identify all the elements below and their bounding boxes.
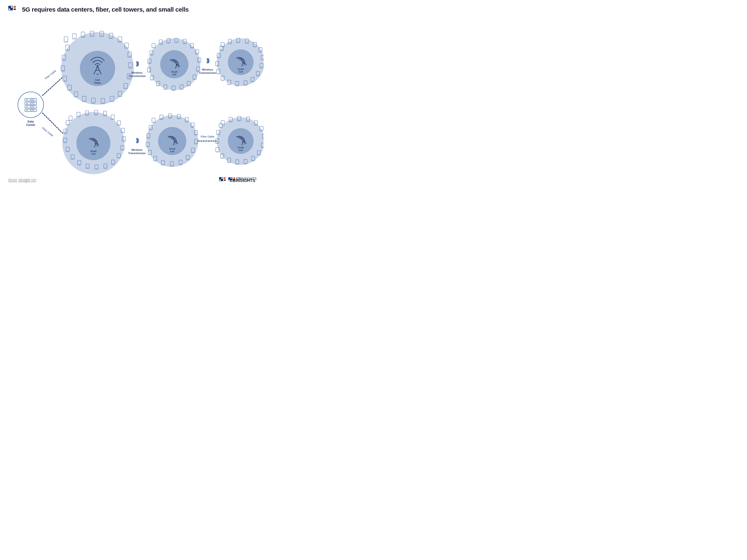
svg-line-157 [95, 143, 96, 147]
svg-rect-193 [66, 147, 69, 152]
small-cell-label-2a: Small [238, 68, 243, 70]
small-cell-label-1b: Cell [172, 73, 176, 76]
wireless-label-1b: Transmission [128, 75, 146, 78]
phones-bottom-left [63, 110, 126, 169]
phones-bottom-mid [146, 114, 198, 166]
svg-rect-57 [92, 98, 95, 103]
svg-rect-123 [236, 38, 240, 43]
svg-rect-197 [64, 129, 67, 134]
small-cell-label-bl-a: Small [90, 150, 96, 153]
svg-rect-33 [90, 31, 94, 36]
small-cell-top1-inner [160, 50, 188, 78]
svg-line-243 [242, 141, 243, 145]
svg-rect-41 [125, 43, 128, 48]
wireless-sym-2: ))) [206, 57, 210, 63]
svg-point-11 [27, 103, 28, 104]
svg-rect-121 [228, 39, 232, 44]
svg-point-19 [27, 110, 28, 111]
svg-rect-294 [224, 180, 226, 181]
svg-rect-101 [172, 86, 175, 90]
svg-rect-195 [63, 138, 67, 143]
svg-rect-265 [244, 159, 247, 164]
fiber-cable-bottom-label: Fiber Cable [201, 135, 214, 138]
small-cell-bottom1-outer [62, 112, 125, 174]
svg-rect-183 [104, 164, 107, 168]
small-cell-icon-bl [89, 138, 99, 147]
svg-rect-113 [150, 51, 153, 55]
svg-rect-105 [156, 81, 160, 86]
svg-rect-255 [260, 126, 263, 131]
svg-rect-185 [95, 165, 98, 169]
svg-point-7 [27, 99, 28, 100]
svg-rect-247 [229, 117, 232, 122]
small-cell-icon-br [236, 136, 247, 145]
wireless-sym-1: ))) [136, 60, 139, 66]
small-cell-bottom1-inner [76, 126, 110, 160]
svg-rect-1 [9, 6, 10, 8]
svg-rect-217 [194, 130, 198, 135]
svg-rect-235 [146, 142, 149, 147]
small-cell-icon-1 [170, 59, 180, 69]
data-center-label: Data [28, 120, 34, 123]
svg-rect-290 [219, 178, 221, 179]
svg-rect-89 [196, 50, 199, 54]
svg-line-156 [96, 143, 99, 145]
svg-rect-139 [244, 81, 247, 85]
svg-rect-187 [86, 164, 89, 168]
small-cell-label-br-b: Cell [239, 149, 243, 152]
small-cell-bottom3-outer [217, 117, 263, 165]
phones-small-2 [215, 38, 263, 86]
svg-rect-179 [117, 154, 120, 158]
svg-rect-69 [62, 55, 66, 60]
svg-rect-239 [149, 125, 152, 130]
svg-rect-2 [11, 6, 12, 8]
svg-rect-27 [64, 37, 68, 42]
header: 5G requires data centers, fiber, cell to… [0, 0, 263, 15]
svg-rect-189 [78, 161, 81, 165]
small-cell-top1-outer [148, 38, 200, 90]
svg-rect-6 [25, 99, 36, 101]
small-cell-top2-inner [228, 49, 254, 75]
svg-rect-223 [186, 155, 189, 160]
small-cell-top2-outer [217, 38, 263, 86]
svg-rect-127 [253, 42, 256, 47]
svg-rect-18 [25, 109, 36, 112]
svg-rect-213 [185, 117, 188, 122]
svg-rect-271 [221, 154, 224, 158]
svg-rect-95 [193, 75, 196, 79]
svg-rect-149 [215, 61, 219, 66]
footer-brand-text: CBINSIGHTS [230, 178, 255, 183]
svg-point-241 [242, 141, 244, 142]
svg-rect-207 [160, 115, 163, 119]
svg-rect-5 [14, 8, 16, 10]
fiber-cable-lower-line [43, 113, 63, 134]
svg-rect-29 [72, 34, 76, 39]
footer-source: Source: cbinsights.com [8, 180, 36, 183]
wireless-label-2b: Transmission [199, 71, 216, 75]
wireless-label-3: Wireless [131, 148, 143, 152]
svg-rect-10 [25, 102, 36, 105]
svg-rect-259 [261, 143, 263, 148]
svg-rect-225 [179, 160, 182, 165]
svg-rect-97 [187, 81, 190, 86]
svg-rect-77 [152, 43, 155, 48]
svg-rect-135 [256, 71, 260, 76]
svg-rect-51 [118, 91, 122, 97]
svg-rect-39 [118, 37, 122, 42]
svg-rect-165 [95, 110, 98, 115]
svg-rect-221 [191, 148, 195, 153]
svg-rect-133 [260, 63, 263, 68]
svg-rect-59 [82, 96, 86, 102]
svg-rect-175 [122, 137, 126, 141]
small-cell-label-1a: Small [171, 71, 177, 73]
svg-rect-237 [147, 134, 150, 138]
svg-rect-199 [66, 121, 69, 125]
fiber-cable-upper-line [43, 76, 64, 96]
data-center-label2: Center [26, 123, 35, 127]
svg-rect-37 [109, 33, 113, 38]
svg-rect-145 [221, 76, 224, 80]
svg-rect-131 [261, 55, 263, 60]
svg-rect-129 [259, 48, 262, 52]
svg-rect-141 [235, 81, 239, 86]
svg-rect-67 [61, 66, 65, 71]
